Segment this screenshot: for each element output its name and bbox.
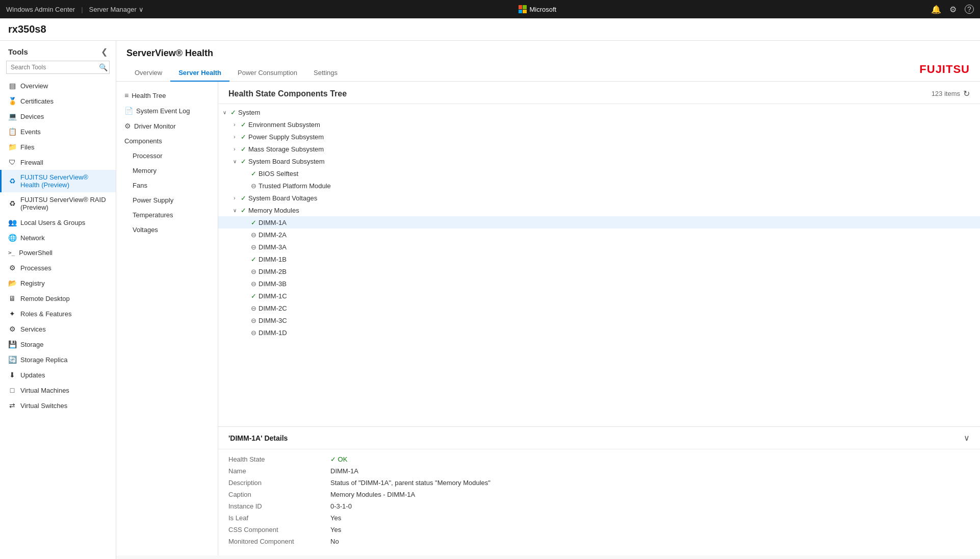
details-panel: 'DIMM-1A' Details ∨ Health State ✓ OK Na… bbox=[218, 426, 980, 555]
sidebar-item-label: Services bbox=[20, 325, 46, 333]
tree-item-dimm-1d[interactable]: ⊖ DIMM-1D bbox=[218, 326, 980, 339]
tree-item-dimm-1a[interactable]: ✓ DIMM-1A bbox=[218, 216, 980, 228]
expand-icon bbox=[241, 243, 249, 251]
sidebar-item-overview[interactable]: ▤Overview bbox=[0, 78, 116, 93]
tree-item-bios-selftest[interactable]: ✓ BIOS Selftest bbox=[218, 167, 980, 180]
tree-item-system-board-voltages[interactable]: › ✓ System Board Voltages bbox=[218, 192, 980, 204]
sidebar-item-registry[interactable]: 📂Registry bbox=[0, 275, 116, 291]
health-nav-temperatures[interactable]: Temperatures bbox=[116, 208, 218, 222]
tree-item-power-supply-sub[interactable]: › ✓ Power Supply Subsystem bbox=[218, 131, 980, 143]
tree-item-system-board-sub[interactable]: ∨ ✓ System Board Subsystem bbox=[218, 155, 980, 167]
expand-icon[interactable]: › bbox=[230, 133, 239, 141]
status-check-icon: ✓ bbox=[241, 133, 246, 141]
sidebar-collapse-button[interactable]: ❮ bbox=[101, 47, 108, 57]
health-nav-fans[interactable]: Fans bbox=[116, 178, 218, 193]
health-nav-voltages[interactable]: Voltages bbox=[116, 222, 218, 237]
tab-settings[interactable]: Settings bbox=[305, 65, 346, 82]
sidebar-item-certificates[interactable]: 🏅Certificates bbox=[0, 93, 116, 109]
tree-item-label: DIMM-3A bbox=[259, 243, 287, 251]
sidebar-item-processes[interactable]: ⚙Processes bbox=[0, 260, 116, 275]
updates-icon: ⬇ bbox=[8, 371, 16, 379]
health-nav-driver-monitor[interactable]: ⚙Driver Monitor bbox=[116, 118, 218, 134]
tree-item-dimm-3c[interactable]: ⊖ DIMM-3C bbox=[218, 314, 980, 326]
search-input[interactable] bbox=[6, 61, 110, 74]
sidebar-item-remote-desktop[interactable]: 🖥Remote Desktop bbox=[0, 291, 116, 306]
tab-overview[interactable]: Overview bbox=[126, 65, 170, 82]
health-nav-system-event-log[interactable]: 📄System Event Log bbox=[116, 103, 218, 118]
microsoft-branding: Microsoft bbox=[519, 5, 557, 13]
sidebar-item-label: Storage Replica bbox=[20, 356, 68, 364]
status-check-icon: ✓ bbox=[241, 158, 246, 165]
storage-replica-icon: 🔄 bbox=[8, 355, 16, 364]
expand-icon[interactable]: ∨ bbox=[220, 108, 228, 116]
sidebar-item-services[interactable]: ⚙Services bbox=[0, 321, 116, 337]
tree-item-dimm-3a[interactable]: ⊖ DIMM-3A bbox=[218, 241, 980, 253]
sidebar-item-label: FUJITSU ServerView® Health (Preview) bbox=[20, 173, 108, 189]
sidebar-item-network[interactable]: 🌐Network bbox=[0, 230, 116, 245]
sidebar-item-roles-features[interactable]: ✦Roles & Features bbox=[0, 306, 116, 321]
gear-icon[interactable]: ⚙ bbox=[949, 5, 957, 14]
sidebar-item-storage[interactable]: 💾Storage bbox=[0, 337, 116, 352]
network-icon: 🌐 bbox=[8, 234, 16, 242]
details-row: Is Leaf Yes bbox=[228, 512, 970, 524]
sidebar-item-label: Firewall bbox=[20, 159, 43, 166]
tree-item-label: Mass Storage Subsystem bbox=[248, 145, 324, 153]
health-nav-components[interactable]: Components bbox=[116, 134, 218, 148]
sidebar-item-powershell[interactable]: >_PowerShell bbox=[0, 245, 116, 260]
expand-icon[interactable]: › bbox=[230, 120, 239, 129]
tree-item-trusted-platform[interactable]: ⊖ Trusted Platform Module bbox=[218, 180, 980, 192]
refresh-button[interactable]: ↻ bbox=[963, 89, 970, 98]
tree-item-dimm-2b[interactable]: ⊖ DIMM-2B bbox=[218, 265, 980, 277]
tree-item-system[interactable]: ∨ ✓ System bbox=[218, 106, 980, 118]
tab-server-health[interactable]: Server Health bbox=[170, 65, 229, 82]
expand-icon[interactable]: › bbox=[230, 145, 239, 153]
sidebar-item-files[interactable]: 📁Files bbox=[0, 139, 116, 155]
tree-item-env-subsystem[interactable]: › ✓ Environment Subsystem bbox=[218, 118, 980, 131]
sidebar-item-virtual-switches[interactable]: ⇄Virtual Switches bbox=[0, 398, 116, 413]
tree-item-dimm-2a[interactable]: ⊖ DIMM-2A bbox=[218, 228, 980, 241]
tree-item-dimm-1b[interactable]: ✓ DIMM-1B bbox=[218, 253, 980, 265]
status-check-icon: ✓ bbox=[241, 121, 246, 129]
sidebar-item-storage-replica[interactable]: 🔄Storage Replica bbox=[0, 352, 116, 367]
app-name: Windows Admin Center bbox=[6, 6, 75, 13]
sidebar-item-devices[interactable]: 💻Devices bbox=[0, 109, 116, 124]
search-icon[interactable]: 🔍 bbox=[99, 63, 108, 71]
tree-item-label: System bbox=[238, 109, 260, 116]
sidebar-item-updates[interactable]: ⬇Updates bbox=[0, 367, 116, 383]
details-collapse-button[interactable]: ∨ bbox=[964, 433, 970, 443]
tree-item-memory-modules[interactable]: ∨ ✓ Memory Modules bbox=[218, 204, 980, 216]
tree-item-label: DIMM-2A bbox=[259, 231, 287, 239]
help-icon[interactable]: ? bbox=[965, 5, 974, 14]
expand-icon[interactable]: › bbox=[230, 194, 239, 202]
expand-icon bbox=[241, 292, 249, 300]
sidebar-item-events[interactable]: 📋Events bbox=[0, 124, 116, 139]
tree-title: Health State Components Tree bbox=[228, 89, 347, 98]
status-dash-icon: ⊖ bbox=[251, 243, 256, 251]
sidebar-item-local-users[interactable]: 👥Local Users & Groups bbox=[0, 215, 116, 230]
status-check-icon: ✓ bbox=[230, 109, 236, 116]
health-nav-memory[interactable]: Memory bbox=[116, 163, 218, 178]
expand-icon[interactable]: ∨ bbox=[230, 157, 239, 165]
status-check-icon: ✓ bbox=[251, 219, 256, 226]
details-field-label: Caption bbox=[228, 491, 330, 498]
expand-icon[interactable]: ∨ bbox=[230, 206, 239, 214]
tab-power-consumption[interactable]: Power Consumption bbox=[229, 65, 305, 82]
health-nav-processor[interactable]: Processor bbox=[116, 148, 218, 163]
tree-item-dimm-3b[interactable]: ⊖ DIMM-3B bbox=[218, 277, 980, 290]
health-nav-health-tree[interactable]: ≡Health Tree bbox=[116, 88, 218, 103]
tree-item-mass-storage-sub[interactable]: › ✓ Mass Storage Subsystem bbox=[218, 143, 980, 155]
sidebar-item-fujitsu-health[interactable]: ♻FUJITSU ServerView® Health (Preview) bbox=[0, 170, 116, 192]
server-manager-btn[interactable]: Server Manager ∨ bbox=[89, 6, 144, 13]
files-icon: 📁 bbox=[8, 143, 16, 151]
sidebar-item-label: Registry bbox=[20, 280, 45, 287]
sidebar-item-fujitsu-raid[interactable]: ♻FUJITSU ServerView® RAID (Preview) bbox=[0, 192, 116, 215]
sidebar-item-label: Roles & Features bbox=[20, 310, 71, 318]
tree-item-dimm-2c[interactable]: ⊖ DIMM-2C bbox=[218, 302, 980, 314]
health-nav-power-supply[interactable]: Power Supply bbox=[116, 193, 218, 208]
tree-item-dimm-1c[interactable]: ✓ DIMM-1C bbox=[218, 290, 980, 302]
bell-icon[interactable]: 🔔 bbox=[931, 5, 941, 14]
system-event-log-nav-icon: 📄 bbox=[124, 107, 133, 115]
registry-icon: 📂 bbox=[8, 279, 16, 287]
sidebar-item-firewall[interactable]: 🛡Firewall bbox=[0, 155, 116, 170]
sidebar-item-virtual-machines[interactable]: □Virtual Machines bbox=[0, 383, 116, 398]
